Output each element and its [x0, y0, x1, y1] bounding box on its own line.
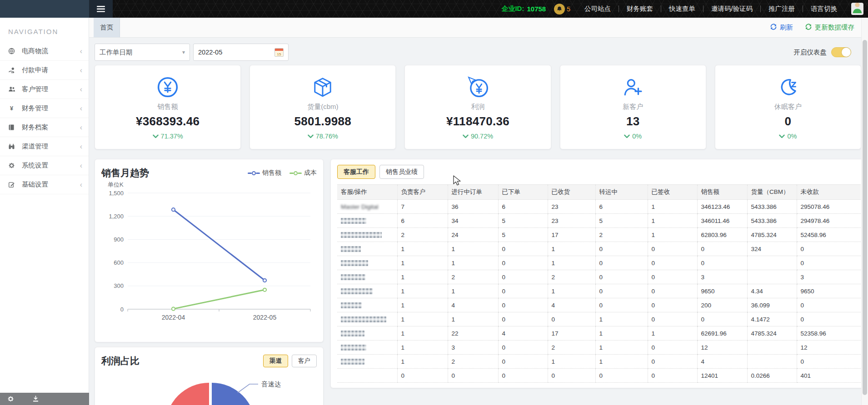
trend-down-icon — [624, 133, 630, 140]
table-row[interactable]: 1302101212 — [337, 341, 861, 355]
stat-change: 0% — [624, 133, 642, 140]
svg-text:0: 0 — [120, 306, 124, 313]
masked-name-block — [341, 274, 365, 280]
legend-item[interactable]: 成本 — [289, 169, 317, 177]
table-cell: 2 — [548, 341, 595, 355]
table-row[interactable]: 63452351346011.465433.386294978.46 — [337, 214, 861, 228]
calendar-icon[interactable]: 15 — [274, 48, 284, 57]
table-cell: 1 — [595, 355, 648, 369]
sidebar-item-gear[interactable]: 系统设置‹ — [0, 156, 89, 175]
tab-home[interactable]: 首页 — [94, 18, 120, 37]
table-column-header: 未收款 — [797, 185, 861, 200]
topbar-menu-item[interactable]: 公司站点 — [577, 5, 619, 13]
stat-change: 90.72% — [463, 133, 493, 140]
masked-name-block — [341, 302, 362, 308]
table-row[interactable]: 11010096504.349650 — [337, 284, 861, 298]
date-type-select[interactable]: 工作单日期 ▾ — [95, 44, 190, 61]
table-cell: 0 — [448, 369, 498, 383]
table-row[interactable]: 11001004.14720 — [337, 312, 861, 326]
table-cell-name — [337, 228, 397, 242]
table-row[interactable]: 12020033 — [337, 270, 861, 284]
svg-text:900: 900 — [114, 236, 124, 243]
table-row[interactable]: 14040020036.0990 — [337, 298, 861, 312]
table-cell: 0 — [697, 256, 747, 270]
table-cell: 6 — [595, 200, 648, 214]
table-cell: 1 — [397, 355, 448, 369]
stat-change-value: 78.76% — [316, 133, 338, 140]
notifications[interactable]: 5 — [554, 4, 570, 15]
table-cell: 5 — [498, 214, 548, 228]
sidebar-item-binoculars[interactable]: 渠道管理‹ — [0, 137, 89, 156]
payment-icon — [8, 67, 18, 74]
table-cell-name — [337, 242, 397, 256]
pie-tab-customer[interactable]: 客户 — [292, 355, 317, 367]
scrollbar-thumb[interactable] — [863, 40, 867, 395]
table-row[interactable]: 1224171162691.964785.32452358.96 — [337, 326, 861, 341]
table-cell: 1 — [448, 242, 498, 256]
stat-value: 5801.9988 — [294, 114, 352, 128]
stat-change: 71.37% — [153, 133, 183, 140]
pie-chart-panel: 利润占比 渠道 客户 音速达 — [95, 347, 324, 405]
user-avatar[interactable] — [851, 3, 863, 15]
pie-tab-channel[interactable]: 渠道 — [263, 355, 288, 367]
topbar-menu-item[interactable]: 邀请码/验证码 — [703, 5, 760, 13]
dashboard-toggle[interactable] — [831, 47, 851, 57]
sidebar-item-yen[interactable]: ¥财务管理‹ — [0, 99, 89, 118]
table-cell: 1 — [448, 284, 498, 298]
chevron-left-icon: ‹ — [80, 123, 82, 132]
table-row[interactable]: 000000124010.0266401 — [337, 369, 861, 383]
table-cell: 0 — [498, 341, 548, 355]
sidebar-item-book[interactable]: 财务档案‹ — [0, 118, 89, 137]
table-cell: 0 — [498, 242, 548, 256]
stats-row: 销售额¥368393.4671.37%货量(cbm)5801.998878.76… — [95, 65, 861, 149]
svg-text:2022-05: 2022-05 — [253, 314, 277, 321]
table-cell: 1 — [448, 256, 498, 270]
topbar-menu-item[interactable]: 快速查单 — [661, 5, 703, 13]
table-cell: 3 — [797, 270, 861, 284]
tab-service-work[interactable]: 客服工作 — [337, 165, 375, 179]
sidebar-item-globe[interactable]: 电商物流‹ — [0, 42, 89, 61]
stat-change: 78.76% — [308, 133, 338, 140]
refresh-button[interactable]: 刷新 — [770, 23, 793, 32]
stat-value: ¥368393.46 — [136, 114, 200, 128]
table-row[interactable]: 2245172162803.964785.32452458.96 — [337, 228, 861, 242]
table-cell: 5433.386 — [747, 214, 797, 228]
table-row[interactable]: 11010000 — [337, 256, 861, 270]
table-row[interactable]: Master Digital73662361346123.465433.3862… — [337, 200, 861, 214]
sidebar-item-users[interactable]: 客户管理‹ — [0, 80, 89, 99]
table-cell-name — [337, 256, 397, 270]
topbar-menu-item[interactable]: 语言切换 — [803, 5, 845, 13]
trend-down-icon — [463, 133, 469, 140]
legend-label: 成本 — [304, 169, 317, 177]
sidebar-item-edit[interactable]: 基础设置‹ — [0, 175, 89, 194]
tab-sales-performance[interactable]: 销售员业绩 — [379, 165, 424, 179]
date-input[interactable]: 2022-05 15 — [193, 44, 289, 61]
topbar-menu-item[interactable]: 财务账套 — [619, 5, 661, 13]
table-cell — [747, 256, 797, 270]
legend-marker — [289, 171, 302, 175]
table-cell: 36 — [448, 200, 498, 214]
legend-item[interactable]: 销售额 — [248, 169, 281, 177]
table-cell: 1 — [648, 228, 697, 242]
table-cell: 0 — [648, 341, 697, 355]
globe-icon — [8, 48, 18, 54]
table-cell-name — [337, 284, 397, 298]
table-row[interactable]: 11010003240 — [337, 242, 861, 256]
topbar-right: 企业ID: 10758 5 公司站点财务账套快速查单邀请码/验证码推广注册语言切… — [501, 3, 868, 15]
topbar-menu-item[interactable]: 推广注册 — [761, 5, 803, 13]
footer-download-icon[interactable] — [32, 395, 39, 402]
stat-label: 新客户 — [623, 103, 643, 111]
content: 工作单日期 ▾ 2022-05 15 开启仪表盘 销售额¥368393.4671… — [89, 38, 868, 405]
table-cell: 12401 — [697, 369, 747, 383]
sidebar-item-payment[interactable]: 付款申请‹ — [0, 61, 89, 80]
update-cache-button[interactable]: 更新数据缓存 — [805, 23, 854, 32]
table-cell: 5 — [498, 228, 548, 242]
sidebar-collapse-button[interactable] — [89, 0, 113, 18]
table-cell: 4785.324 — [747, 228, 797, 242]
table-row[interactable]: 12011040 — [337, 355, 861, 369]
table-cell: 1 — [397, 298, 448, 312]
table-cell: 6 — [397, 214, 448, 228]
legend-label: 销售额 — [262, 169, 281, 177]
footer-gear-icon[interactable] — [7, 395, 14, 402]
scrollbar-track[interactable] — [861, 18, 868, 405]
